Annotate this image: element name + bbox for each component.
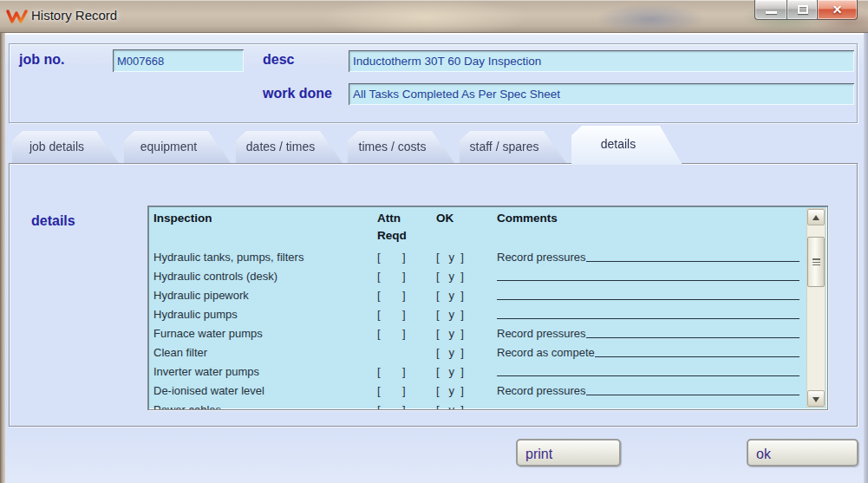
cell-attn: [ ]	[377, 365, 406, 378]
maximize-icon	[798, 5, 808, 14]
cell-comment	[497, 308, 799, 321]
cell-ok: [ y ]	[436, 270, 464, 283]
tab-times-costs[interactable]: times / costs	[348, 131, 454, 163]
col-header-reqd: Reqd	[377, 229, 407, 242]
tab-details[interactable]: details	[571, 126, 682, 165]
job-no-field[interactable]	[113, 49, 244, 72]
tab-bar: job details equipment dates / times time…	[12, 125, 682, 165]
cell-attn: [ ]	[377, 251, 406, 264]
details-section-label: details	[31, 213, 75, 229]
cell-inspection: Hydraulic tanks, pumps, filters	[153, 251, 303, 264]
tab-job-details[interactable]: job details	[12, 131, 119, 163]
cell-attn: [ ]	[377, 308, 406, 321]
scrollbar-down-button[interactable]	[807, 390, 825, 407]
comment-underline	[595, 346, 799, 357]
cell-attn: [ ]	[377, 384, 406, 397]
cell-inspection: Power cables	[153, 403, 221, 409]
table-row[interactable]: Hydraulic pipework [ ] [ y ]	[153, 286, 801, 305]
desc-label: desc	[263, 52, 294, 68]
table-row[interactable]: Inverter water pumps [ ] [ y ]	[153, 362, 801, 382]
cell-ok: [ y ]	[436, 403, 464, 409]
col-header-ok: OK	[436, 212, 454, 225]
cell-comment: Record as compete	[497, 346, 799, 359]
comment-underline	[497, 270, 799, 281]
table-row[interactable]: Clean filter [ y ] Record as compete	[153, 343, 801, 362]
table-row[interactable]: De-ionised water level [ ] [ y ] Record …	[153, 382, 801, 401]
table-row[interactable]: Hydraulic tanks, pumps, filters [ ] [ y …	[153, 248, 801, 267]
comment-underline	[497, 403, 799, 409]
col-header-inspection: Inspection	[153, 212, 212, 225]
window-title: History Record	[31, 8, 117, 23]
cell-ok: [ y ]	[436, 251, 464, 264]
cell-comment: Record pressures	[497, 251, 799, 264]
table-row[interactable]: Hydraulic controls (desk) [ ] [ y ]	[153, 267, 801, 286]
list-header: Inspection Attn Reqd OK Comments	[153, 210, 801, 248]
table-row[interactable]: Power cables [ ] [ y ]	[153, 401, 801, 409]
cell-inspection: Hydraulic pipework	[153, 289, 249, 302]
ok-button[interactable]: ok	[747, 439, 858, 467]
cell-comment	[497, 403, 799, 409]
close-button[interactable]: ✕	[818, 0, 858, 20]
cell-comment: Record pressures	[497, 327, 799, 340]
cell-inspection: Inverter water pumps	[153, 365, 259, 378]
scrollbar-thumb[interactable]	[807, 237, 825, 287]
col-header-comments: Comments	[497, 212, 558, 225]
window-controls: ✕	[754, 0, 858, 20]
cell-comment	[497, 289, 799, 302]
inspection-listbox[interactable]: Inspection Attn Reqd OK Comments Hydraul…	[147, 206, 828, 410]
cell-ok: [ y ]	[436, 289, 464, 302]
cell-inspection: Furnace water pumps	[153, 327, 263, 340]
cell-ok: [ y ]	[436, 327, 464, 340]
vertical-scrollbar[interactable]	[806, 208, 826, 408]
cell-inspection: De-ionised water level	[153, 384, 264, 397]
window-frame-left	[0, 33, 5, 483]
work-done-field[interactable]	[349, 83, 854, 105]
tab-dates-times[interactable]: dates / times	[236, 131, 343, 163]
window-frame-right	[864, 33, 868, 483]
cell-attn: [ ]	[377, 270, 406, 283]
cell-comment	[497, 270, 799, 283]
arrow-up-icon	[813, 215, 819, 220]
cell-inspection: Hydraulic pumps	[153, 308, 238, 321]
cell-inspection: Hydraulic controls (desk)	[153, 270, 277, 283]
cell-ok: [ y ]	[436, 384, 464, 397]
cell-inspection: Clean filter	[153, 346, 207, 359]
table-row[interactable]: Furnace water pumps [ ] [ y ] Record pre…	[153, 324, 801, 343]
cell-comment	[497, 365, 799, 378]
tab-equipment[interactable]: equipment	[124, 131, 231, 163]
work-done-label: work done	[263, 86, 332, 101]
arrow-down-icon	[813, 397, 819, 402]
comment-underline	[586, 327, 799, 338]
desc-field[interactable]	[349, 50, 854, 72]
cell-attn: [ ]	[377, 289, 406, 302]
job-no-label: job no.	[19, 52, 64, 68]
table-row[interactable]: Hydraulic pumps [ ] [ y ]	[153, 305, 801, 324]
inspection-list-content: Inspection Attn Reqd OK Comments Hydraul…	[153, 210, 801, 409]
col-header-attn: Attn	[377, 212, 401, 225]
comment-underline	[497, 289, 799, 300]
print-button[interactable]: print	[516, 439, 621, 467]
cell-ok: [ y ]	[436, 365, 464, 378]
cell-ok: [ y ]	[436, 346, 464, 359]
comment-underline	[497, 365, 799, 376]
comment-underline	[497, 308, 799, 319]
minimize-button[interactable]	[754, 0, 786, 20]
cell-comment: Record pressures	[497, 384, 799, 397]
cell-attn: [ ]	[377, 403, 406, 409]
tab-staff-spares[interactable]: staff / spares	[460, 131, 566, 163]
maximize-button[interactable]	[786, 0, 818, 20]
close-icon: ✕	[818, 3, 857, 16]
app-logo-icon	[6, 8, 28, 25]
title-bar[interactable]: History Record ✕	[0, 0, 868, 33]
minimize-icon	[766, 11, 777, 14]
cell-ok: [ y ]	[436, 308, 464, 321]
scrollbar-up-button[interactable]	[807, 209, 825, 225]
cell-attn: [ ]	[377, 327, 406, 340]
comment-underline	[586, 251, 799, 262]
comment-underline	[586, 384, 799, 395]
